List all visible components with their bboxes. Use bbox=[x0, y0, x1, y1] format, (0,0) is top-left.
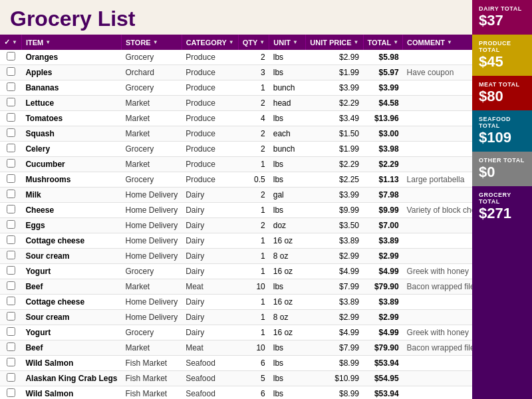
row-unitprice: $1.99 bbox=[306, 65, 363, 80]
row-store: Home Delivery bbox=[121, 218, 182, 233]
row-checkbox[interactable] bbox=[7, 251, 15, 259]
row-checkbox[interactable] bbox=[7, 312, 15, 321]
row-checkbox-cell[interactable] bbox=[0, 142, 21, 157]
col-item[interactable]: ITEM ▼ bbox=[21, 35, 121, 50]
row-checkbox-cell[interactable] bbox=[0, 80, 21, 96]
row-checkbox-cell[interactable] bbox=[0, 188, 21, 203]
row-total: $3.00 bbox=[363, 126, 403, 142]
row-item: Beef bbox=[21, 279, 121, 295]
col-category[interactable]: CATEGORY ▼ bbox=[182, 35, 238, 50]
table-row: Milk Home Delivery Dairy 2 gal $3.99 $7.… bbox=[0, 188, 472, 203]
row-checkbox-cell[interactable] bbox=[0, 356, 21, 371]
row-qty: 1 bbox=[238, 80, 269, 96]
row-checkbox-cell[interactable] bbox=[0, 279, 21, 295]
row-checkbox[interactable] bbox=[7, 342, 15, 351]
col-unit[interactable]: UNIT ▼ bbox=[269, 35, 306, 50]
dairy-label: DAIRY TOTAL bbox=[479, 5, 525, 12]
row-checkbox[interactable] bbox=[7, 52, 15, 61]
row-checkbox-cell[interactable] bbox=[0, 172, 21, 188]
meat-amount: $80 bbox=[479, 88, 525, 105]
row-comment bbox=[403, 142, 472, 157]
row-checkbox-cell[interactable] bbox=[0, 325, 21, 340]
row-checkbox-cell[interactable] bbox=[0, 65, 21, 80]
row-checkbox[interactable] bbox=[7, 373, 15, 382]
row-category: Dairy bbox=[182, 310, 238, 325]
row-checkbox-cell[interactable] bbox=[0, 203, 21, 218]
row-checkbox[interactable] bbox=[7, 327, 15, 336]
row-category: Dairy bbox=[182, 264, 238, 279]
row-checkbox[interactable] bbox=[7, 113, 15, 122]
row-total: $3.89 bbox=[363, 233, 403, 249]
row-checkbox[interactable] bbox=[7, 358, 15, 366]
row-checkbox[interactable] bbox=[7, 144, 15, 152]
row-checkbox[interactable] bbox=[7, 388, 15, 397]
row-checkbox[interactable] bbox=[7, 174, 15, 183]
row-checkbox-cell[interactable] bbox=[0, 96, 21, 111]
row-total: $54.95 bbox=[363, 371, 403, 386]
row-checkbox-cell[interactable] bbox=[0, 264, 21, 279]
row-qty: 2 bbox=[238, 142, 269, 157]
row-checkbox-cell[interactable] bbox=[0, 249, 21, 264]
row-store: Grocery bbox=[121, 142, 182, 157]
row-checkbox-cell[interactable] bbox=[0, 111, 21, 126]
row-checkbox[interactable] bbox=[7, 297, 15, 305]
row-unitprice: $10.99 bbox=[306, 371, 363, 386]
col-unitprice[interactable]: UNIT PRICE ▼ bbox=[306, 35, 363, 50]
table-container[interactable]: ✓ ▼ ITEM ▼ STORE ▼ bbox=[0, 35, 472, 399]
row-checkbox-cell[interactable] bbox=[0, 295, 21, 310]
row-checkbox[interactable] bbox=[7, 67, 15, 76]
row-checkbox[interactable] bbox=[7, 266, 15, 275]
row-unitprice: $3.89 bbox=[306, 233, 363, 249]
row-store: Home Delivery bbox=[121, 310, 182, 325]
row-checkbox[interactable] bbox=[7, 98, 15, 106]
seafood-label: SEAFOOD TOTAL bbox=[479, 116, 525, 129]
row-category: Dairy bbox=[182, 325, 238, 340]
table-row: Yogurt Grocery Dairy 1 16 oz $4.99 $4.99… bbox=[0, 325, 472, 340]
row-unit: lbs bbox=[269, 65, 306, 80]
row-checkbox-cell[interactable] bbox=[0, 157, 21, 172]
row-category: Seafood bbox=[182, 371, 238, 386]
row-checkbox[interactable] bbox=[7, 220, 15, 229]
row-checkbox-cell[interactable] bbox=[0, 310, 21, 325]
row-checkbox[interactable] bbox=[7, 205, 15, 213]
row-checkbox[interactable] bbox=[7, 159, 15, 168]
row-unitprice: $3.50 bbox=[306, 218, 363, 233]
row-checkbox[interactable] bbox=[7, 235, 15, 244]
row-unit: 16 oz bbox=[269, 264, 306, 279]
row-unitprice: $8.99 bbox=[306, 386, 363, 400]
row-checkbox-cell[interactable] bbox=[0, 50, 21, 65]
row-unit: lbs bbox=[269, 50, 306, 65]
row-unit: 8 oz bbox=[269, 249, 306, 264]
row-checkbox-cell[interactable] bbox=[0, 233, 21, 249]
row-checkbox[interactable] bbox=[7, 82, 15, 91]
col-qty[interactable]: QTY ▼ bbox=[238, 35, 269, 50]
row-item: Celery bbox=[21, 142, 121, 157]
row-checkbox[interactable] bbox=[7, 190, 15, 198]
row-comment bbox=[403, 50, 472, 65]
row-unitprice: $3.89 bbox=[306, 295, 363, 310]
row-comment: Greek with honey bbox=[403, 264, 472, 279]
row-unit: 16 oz bbox=[269, 295, 306, 310]
row-category: Dairy bbox=[182, 295, 238, 310]
table-row: Oranges Grocery Produce 2 lbs $2.99 $5.9… bbox=[0, 50, 472, 65]
col-comment[interactable]: COMMENT ▼ bbox=[403, 35, 472, 50]
row-item: Tomatoes bbox=[21, 111, 121, 126]
row-checkbox-cell[interactable] bbox=[0, 371, 21, 386]
col-check[interactable]: ✓ ▼ bbox=[0, 35, 21, 50]
row-item: Cottage cheese bbox=[21, 233, 121, 249]
row-category: Produce bbox=[182, 172, 238, 188]
row-checkbox-cell[interactable] bbox=[0, 218, 21, 233]
row-comment bbox=[403, 295, 472, 310]
row-checkbox-cell[interactable] bbox=[0, 126, 21, 142]
row-checkbox-cell[interactable] bbox=[0, 386, 21, 400]
col-total[interactable]: TOTAL ▼ bbox=[363, 35, 403, 50]
row-total: $53.94 bbox=[363, 356, 403, 371]
row-checkbox[interactable] bbox=[7, 281, 15, 290]
col-store[interactable]: STORE ▼ bbox=[121, 35, 182, 50]
row-checkbox[interactable] bbox=[7, 128, 15, 137]
row-item: Wild Salmon bbox=[21, 356, 121, 371]
row-category: Dairy bbox=[182, 233, 238, 249]
row-category: Seafood bbox=[182, 356, 238, 371]
row-checkbox-cell[interactable] bbox=[0, 340, 21, 356]
row-comment: Have coupon bbox=[403, 65, 472, 80]
